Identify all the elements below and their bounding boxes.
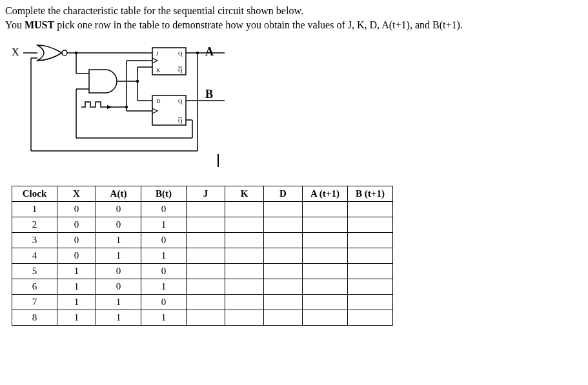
cell-j	[187, 310, 225, 326]
cell-bt: 0	[141, 295, 187, 310]
cell-bt1	[348, 279, 393, 295]
th-x: X	[57, 186, 96, 202]
th-j: J	[187, 186, 225, 202]
circuit-svg: J Q K Q D Q Q	[12, 41, 244, 170]
svg-point-6	[75, 52, 77, 54]
cell-d	[264, 264, 303, 279]
cell-bt1	[348, 310, 393, 326]
cell-bt1	[348, 202, 393, 217]
cell-d	[264, 202, 303, 217]
cell-at1	[303, 233, 348, 248]
cell-x: 0	[57, 217, 96, 233]
cell-x: 1	[57, 264, 96, 279]
input-x-label: X	[12, 46, 19, 58]
cell-j	[187, 233, 225, 248]
table-row: 8111	[12, 310, 393, 326]
text-suffix: pick one row in the table to demonstrate…	[54, 19, 463, 30]
table-body: 10002001301040115100610171108111	[12, 202, 393, 326]
th-bt: B(t)	[141, 186, 187, 202]
cell-k	[225, 310, 264, 326]
cell-j	[187, 279, 225, 295]
text-prefix: You	[5, 19, 25, 30]
cell-clock: 4	[12, 248, 57, 264]
circuit-diagram: X A B J Q K Q	[12, 41, 244, 170]
cell-clock: 6	[12, 279, 57, 295]
cell-bt: 0	[141, 202, 187, 217]
cell-x: 0	[57, 233, 96, 248]
cell-bt: 0	[141, 264, 187, 279]
cell-d	[264, 248, 303, 264]
characteristic-table: Clock X A(t) B(t) J K D A (t+1) B (t+1) …	[12, 186, 393, 326]
cell-at1	[303, 202, 348, 217]
cell-k	[225, 279, 264, 295]
cell-x: 1	[57, 279, 96, 295]
cell-at1	[303, 217, 348, 233]
cell-k	[225, 295, 264, 310]
cell-at: 1	[96, 295, 141, 310]
cell-clock: 2	[12, 217, 57, 233]
table-row: 7110	[12, 295, 393, 310]
cell-x: 0	[57, 248, 96, 264]
svg-point-20	[196, 52, 199, 54]
cell-j	[187, 248, 225, 264]
cell-k	[225, 248, 264, 264]
cell-at: 0	[96, 202, 141, 217]
table-row: 3010	[12, 233, 393, 248]
table-row: 4011	[12, 248, 393, 264]
cell-at: 1	[96, 233, 141, 248]
cell-at1	[303, 264, 348, 279]
cell-bt1	[348, 248, 393, 264]
cell-d	[264, 279, 303, 295]
d-q-label: Q	[178, 98, 183, 104]
cell-j	[187, 295, 225, 310]
cell-bt1	[348, 217, 393, 233]
table-row: 5100	[12, 264, 393, 279]
cell-at: 0	[96, 264, 141, 279]
cell-d	[264, 310, 303, 326]
cell-bt: 1	[141, 248, 187, 264]
cell-at: 0	[96, 217, 141, 233]
cell-j	[187, 202, 225, 217]
cell-bt: 1	[141, 217, 187, 233]
cell-bt: 1	[141, 310, 187, 326]
table-header-row: Clock X A(t) B(t) J K D A (t+1) B (t+1)	[12, 186, 393, 202]
cell-bt1	[348, 264, 393, 279]
question-line-2: You MUST pick one row in the table to de…	[5, 19, 583, 31]
cell-clock: 7	[12, 295, 57, 310]
text-must: MUST	[25, 19, 54, 30]
cell-clock: 1	[12, 202, 57, 217]
cell-d	[264, 295, 303, 310]
th-bt1: B (t+1)	[348, 186, 393, 202]
svg-text:Q: Q	[178, 67, 183, 74]
svg-point-36	[125, 106, 128, 108]
d-d-label: D	[156, 98, 161, 104]
cell-clock: 8	[12, 310, 57, 326]
th-at1: A (t+1)	[303, 186, 348, 202]
th-d: D	[264, 186, 303, 202]
cell-at: 1	[96, 310, 141, 326]
th-at: A(t)	[96, 186, 141, 202]
svg-text:Q: Q	[178, 117, 183, 124]
cell-j	[187, 217, 225, 233]
cell-at1	[303, 295, 348, 310]
cell-x: 1	[57, 295, 96, 310]
cell-clock: 5	[12, 264, 57, 279]
output-a-label: A	[205, 45, 214, 59]
table-row: 2001	[12, 217, 393, 233]
cell-k	[225, 264, 264, 279]
cell-at1	[303, 310, 348, 326]
cell-d	[264, 217, 303, 233]
cell-bt1	[348, 295, 393, 310]
question-line-1: Complete the characteristic table for th…	[5, 5, 583, 17]
cell-at1	[303, 248, 348, 264]
cell-k	[225, 217, 264, 233]
svg-point-14	[136, 80, 139, 83]
cell-x: 0	[57, 202, 96, 217]
clock-pulse-icon	[81, 102, 112, 109]
table-row: 6101	[12, 279, 393, 295]
cell-k	[225, 233, 264, 248]
cell-at: 1	[96, 248, 141, 264]
cell-bt: 1	[141, 279, 187, 295]
cell-k	[225, 202, 264, 217]
table-row: 1000	[12, 202, 393, 217]
